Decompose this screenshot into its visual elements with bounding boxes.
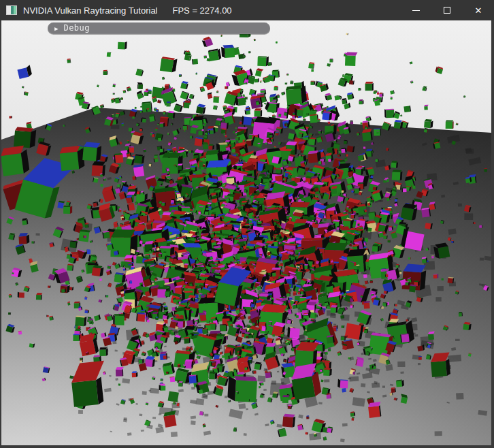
- fps-counter: FPS = 2274.00: [173, 5, 232, 16]
- app-window: NVIDIA Vulkan Raytracing Tutorial FPS = …: [0, 0, 494, 448]
- maximize-button[interactable]: [431, 0, 463, 20]
- render-viewport[interactable]: ▶ Debug: [1, 20, 491, 445]
- raytraced-scene-canvas[interactable]: [1, 20, 491, 445]
- collapse-arrow-icon: ▶: [54, 25, 58, 32]
- debug-collapsed-header[interactable]: ▶ Debug: [48, 22, 270, 34]
- close-button[interactable]: ✕: [463, 0, 494, 20]
- close-icon: ✕: [475, 6, 482, 15]
- titlebar: NVIDIA Vulkan Raytracing Tutorial FPS = …: [0, 0, 494, 20]
- minimize-button[interactable]: [400, 0, 431, 20]
- app-icon: [6, 5, 17, 15]
- maximize-icon: [444, 7, 450, 14]
- debug-panel-label: Debug: [63, 23, 90, 33]
- window-title: NVIDIA Vulkan Raytracing Tutorial: [23, 5, 158, 16]
- minimize-icon: [412, 10, 420, 11]
